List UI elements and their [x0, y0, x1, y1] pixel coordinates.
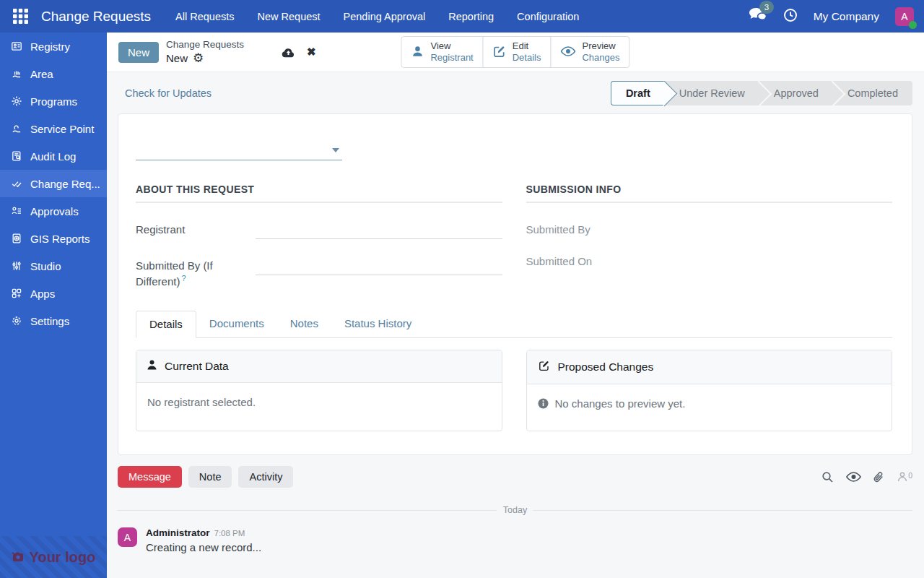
tab-status-history[interactable]: Status History: [331, 311, 424, 337]
section-title: SUBMISSION INFO: [526, 184, 893, 195]
approvals-icon: [11, 205, 22, 217]
sidebar-item-apps[interactable]: Apps: [0, 280, 107, 307]
page-header: New Change Requests New ⚙ ✖ ViewRe: [107, 33, 924, 72]
notification-badge: 3: [759, 1, 774, 14]
field-submitted-by: Submitted By: [526, 222, 893, 239]
panel-title: Proposed Changes: [558, 361, 654, 374]
service-point-icon: [11, 123, 22, 134]
statusbar-step-draft[interactable]: Draft: [611, 81, 665, 105]
sidebar-item-label: Service Point: [30, 123, 94, 135]
company-menu[interactable]: My Company: [814, 10, 879, 23]
audit-log-icon: [11, 150, 22, 162]
sidebar-item-studio[interactable]: Studio: [0, 252, 107, 280]
registrant-input[interactable]: [256, 222, 502, 239]
sidebar-item-approvals[interactable]: Approvals: [0, 197, 107, 225]
sidebar-item-service-point[interactable]: Service Point: [0, 115, 107, 142]
logo-placeholder[interactable]: Your logo: [0, 536, 107, 578]
nav-configuration[interactable]: Configuration: [517, 11, 579, 22]
messages-button[interactable]: 3: [749, 7, 767, 25]
help-tooltip-icon[interactable]: ?: [181, 274, 186, 282]
step-label: Completed: [847, 87, 898, 99]
search-messages-icon[interactable]: [821, 471, 834, 483]
section-divider: [526, 202, 893, 203]
chatter-tools: 0: [821, 471, 912, 483]
sidebar-item-settings[interactable]: Settings: [0, 307, 107, 335]
preview-changes-button[interactable]: PreviewChanges: [550, 36, 629, 69]
chatter-composer: Message Note Activity: [118, 466, 912, 488]
button-line2: Changes: [582, 52, 619, 64]
change-requests-icon: [11, 178, 22, 189]
breadcrumb: Change Requests New ⚙: [166, 38, 244, 65]
header-action-buttons: ViewRegistrant EditDetails: [401, 36, 629, 69]
submitted-by-input[interactable]: [256, 258, 502, 275]
eye-icon: [560, 46, 575, 59]
save-cloud-icon[interactable]: [282, 47, 295, 58]
topbar: Change Requests All Requests New Request…: [0, 0, 924, 33]
eye-icon[interactable]: [846, 472, 861, 482]
area-icon: [11, 68, 22, 79]
button-line1: Preview: [582, 40, 619, 52]
check-updates-link[interactable]: Check for Updates: [125, 87, 212, 99]
nav-new-request[interactable]: New Request: [258, 11, 321, 22]
step-label: Approved: [774, 87, 819, 99]
section-divider: [136, 202, 502, 203]
edit-details-button[interactable]: EditDetails: [483, 36, 552, 69]
nav-reporting[interactable]: Reporting: [448, 11, 494, 22]
field-submitted-by-if-different: Submitted By (If Different)?: [136, 258, 502, 289]
user-icon: [411, 45, 424, 60]
chevron-down-icon: [332, 148, 339, 152]
followers-button[interactable]: 0: [897, 471, 912, 483]
date-divider: Today: [118, 505, 912, 515]
message-avatar[interactable]: A: [118, 527, 137, 547]
date-divider-label: Today: [497, 505, 533, 515]
status-badge: New: [118, 42, 159, 63]
log-note-button[interactable]: Note: [188, 466, 232, 488]
apps-grid-icon[interactable]: [10, 6, 31, 27]
section-submission-info: SUBMISSION INFO Submitted By Submitted O…: [526, 184, 893, 289]
app-title[interactable]: Change Requests: [41, 9, 151, 25]
message-author[interactable]: Administrator: [146, 527, 210, 538]
nav-pending-approval[interactable]: Pending Approval: [344, 11, 426, 22]
record-actions-gear-icon[interactable]: ⚙: [193, 52, 204, 64]
submitted-by-value: [646, 222, 893, 239]
step-label: Draft: [626, 87, 650, 99]
proposed-changes-panel: Proposed Changes No changes to preview y…: [526, 350, 893, 431]
activity-clock-button[interactable]: [783, 8, 798, 25]
sidebar-item-programs[interactable]: Programs: [0, 87, 107, 115]
sidebar-item-registry[interactable]: Registry: [0, 33, 107, 60]
sidebar-item-change-requests[interactable]: Change Req...: [0, 170, 107, 197]
settings-icon: [11, 315, 22, 327]
breadcrumb-parent-link[interactable]: Change Requests: [166, 38, 244, 51]
field-label: Registrant: [136, 222, 256, 237]
view-registrant-button[interactable]: ViewRegistrant: [401, 36, 483, 69]
sidebar-item-gis-reports[interactable]: GIS Reports: [0, 225, 107, 252]
gis-reports-icon: [11, 233, 22, 244]
apps-icon: [11, 288, 22, 299]
send-message-button[interactable]: Message: [118, 466, 182, 488]
chatter: Message Note Activity: [118, 455, 912, 553]
status-strip: Check for Updates Draft Under Review App…: [107, 72, 924, 113]
tab-documents[interactable]: Documents: [196, 311, 277, 337]
button-line1: Edit: [513, 40, 541, 52]
panel-empty-text: No registrant selected.: [147, 396, 256, 408]
statusbar-step-under-review[interactable]: Under Review: [665, 81, 759, 105]
breadcrumb-current: New: [166, 51, 188, 66]
sidebar-item-audit-log[interactable]: Audit Log: [0, 142, 107, 170]
topbar-right: 3 My Company A: [749, 7, 914, 26]
sidebar-item-area[interactable]: Area: [0, 60, 107, 87]
paperclip-icon[interactable]: [873, 471, 884, 483]
tab-notes[interactable]: Notes: [277, 311, 331, 337]
tab-details[interactable]: Details: [136, 311, 196, 338]
sidebar-item-label: Programs: [30, 95, 77, 108]
camera-icon: [12, 549, 25, 566]
user-avatar[interactable]: A: [895, 7, 914, 26]
activity-button[interactable]: Activity: [238, 466, 293, 488]
form-grid: ABOUT THIS REQUEST Registrant Submitted …: [136, 184, 892, 289]
discard-close-icon[interactable]: ✖: [307, 46, 316, 59]
record-title-select[interactable]: [136, 139, 342, 160]
nav-all-requests[interactable]: All Requests: [175, 11, 234, 22]
avatar-initial: A: [124, 532, 131, 543]
sidebar: Registry Area Programs Service Point: [0, 33, 107, 578]
registry-icon: [11, 40, 22, 52]
field-label: Submitted On: [526, 254, 646, 269]
